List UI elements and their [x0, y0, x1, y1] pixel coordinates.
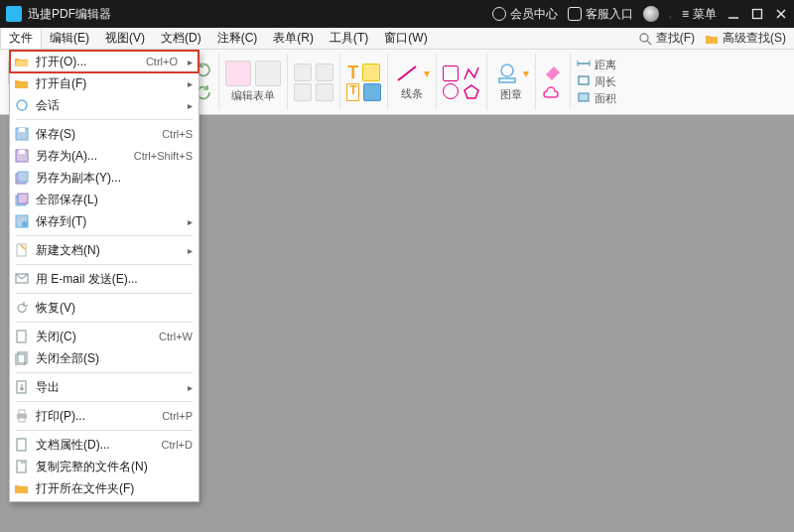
hand-button[interactable] — [316, 64, 333, 81]
menu-item-close[interactable]: 关闭(C) Ctrl+W — [10, 326, 198, 347]
support-label: 客服入口 — [586, 6, 633, 23]
minimize-button[interactable] — [727, 7, 740, 21]
select-button[interactable] — [294, 64, 312, 81]
textbox-button[interactable]: T — [346, 83, 359, 101]
pencil-icon[interactable] — [394, 63, 422, 84]
svg-rect-21 — [19, 128, 25, 132]
advanced-find-button[interactable]: 高级查找(S) — [705, 30, 786, 47]
advanced-find-label: 高级查找(S) — [723, 30, 786, 47]
menu-item-send-email[interactable]: 用 E-mail 发送(E)... — [10, 268, 198, 290]
save-icon — [14, 126, 30, 142]
menu-item-save-as-copy-label: 另存为副本(Y)... — [36, 170, 193, 187]
avatar[interactable] — [643, 6, 659, 22]
menu-item-open-from[interactable]: 打开自(F) ▸ — [10, 72, 198, 94]
audio-button[interactable] — [363, 83, 381, 101]
ribbon-select-group — [288, 54, 340, 110]
edit-forms-label: 编辑表单 — [231, 88, 275, 103]
marquee-button[interactable] — [294, 83, 312, 101]
menu-form[interactable]: 表单(R) — [265, 28, 322, 49]
app-logo — [6, 6, 22, 22]
menu-item-session[interactable]: 会话 ▸ — [10, 94, 198, 116]
link-button[interactable] — [316, 83, 333, 101]
svg-rect-39 — [19, 410, 25, 414]
email-icon — [14, 271, 30, 287]
stamp-icon[interactable] — [493, 62, 521, 85]
main-menu-button[interactable]: ≡ 菜单 — [682, 6, 717, 23]
edit-content-button[interactable] — [225, 61, 251, 86]
folder-open-icon — [14, 54, 30, 69]
chat-icon — [568, 7, 582, 21]
menu-edit-label: 编辑(E) — [50, 30, 89, 47]
circle-button[interactable] — [443, 83, 459, 99]
open-folder-icon — [14, 480, 30, 496]
menu-file[interactable]: 文件 — [0, 28, 42, 49]
submenu-arrow-icon: ▸ — [188, 100, 193, 111]
menu-item-doc-props[interactable]: 文档属性(D)... Ctrl+D — [10, 434, 198, 456]
cloud-icon — [542, 85, 564, 101]
ribbon-stamp-group: ▾ 图章 — [487, 54, 536, 110]
polyline-button[interactable] — [463, 66, 480, 81]
menu-item-copy-filename[interactable]: 复制完整的文件名(N) — [10, 456, 198, 477]
chevron-down-icon[interactable]: ▾ — [523, 66, 529, 80]
menu-item-print[interactable]: 打印(P)... Ctrl+P — [10, 405, 198, 427]
menu-item-open[interactable]: 打开(O)... Ctrl+O ▸ — [10, 51, 198, 72]
menu-window[interactable]: 窗口(W) — [376, 28, 435, 49]
svg-rect-13 — [499, 78, 515, 82]
menu-edit[interactable]: 编辑(E) — [42, 28, 97, 49]
highlight-button[interactable] — [362, 64, 380, 81]
menu-view[interactable]: 视图(V) — [97, 28, 153, 49]
edit-forms-button[interactable] — [255, 61, 281, 86]
menu-item-save-as[interactable]: 另存为(A)... Ctrl+Shift+S — [10, 145, 198, 167]
menu-item-revert[interactable]: 恢复(V) — [10, 297, 198, 319]
menu-item-new-doc[interactable]: 新建文档(N) ▸ — [10, 239, 198, 261]
chevron-down-icon[interactable]: ▾ — [424, 66, 430, 80]
rect-button[interactable] — [443, 66, 459, 81]
menu-item-save-to-label: 保存到(T) — [36, 213, 178, 230]
menu-item-save-as-copy[interactable]: 另存为副本(Y)... — [10, 167, 198, 189]
menu-item-print-label: 打印(P)... — [36, 408, 156, 425]
svg-rect-27 — [18, 194, 28, 203]
cloud-button[interactable] — [542, 85, 564, 104]
ribbon-line-group: ▾ 线条 — [388, 54, 437, 110]
menu-item-export[interactable]: 导出 ▸ — [10, 376, 198, 398]
svg-rect-23 — [19, 150, 25, 154]
close-all-icon — [14, 350, 30, 366]
close-doc-icon — [14, 329, 30, 344]
revert-icon — [14, 300, 30, 316]
text-button[interactable]: T — [347, 64, 358, 81]
menu-separator — [16, 293, 193, 294]
eraser-button[interactable] — [542, 61, 564, 83]
ribbon-edit-forms-group: 编辑表单 — [219, 54, 288, 110]
find-label: 查找(F) — [656, 30, 695, 47]
distance-icon — [577, 58, 591, 69]
menu-separator — [16, 322, 193, 323]
menu-item-open-label: 打开(O)... — [36, 54, 140, 70]
titlebar-actions: 会员中心 客服入口 . ≡ 菜单 — [492, 6, 788, 23]
menu-item-save-to[interactable]: 保存到(T) ▸ — [10, 210, 198, 232]
perimeter-button[interactable]: 周长 — [577, 74, 616, 89]
maximize-button[interactable] — [750, 7, 764, 21]
menu-item-save-all[interactable]: 全部保存(L) — [10, 189, 198, 210]
menu-item-close-all[interactable]: 关闭全部(S) — [10, 347, 198, 369]
support-button[interactable]: 客服入口 — [568, 6, 633, 23]
menu-item-save[interactable]: 保存(S) Ctrl+S — [10, 123, 198, 145]
menu-tool[interactable]: 工具(T) — [322, 28, 376, 49]
menu-item-open-folder[interactable]: 打开所在文件夹(F) — [10, 477, 198, 499]
polygon-button[interactable] — [463, 83, 480, 99]
menu-separator — [16, 119, 193, 120]
print-icon — [14, 408, 30, 424]
menu-item-close-label: 关闭(C) — [36, 329, 153, 345]
close-window-button[interactable] — [774, 7, 788, 21]
folder-icon — [14, 75, 30, 91]
submenu-arrow-icon: ▸ — [188, 245, 193, 256]
member-center-button[interactable]: 会员中心 — [492, 6, 558, 23]
menu-document[interactable]: 文档(D) — [153, 28, 209, 49]
distance-button[interactable]: 距离 — [577, 58, 616, 72]
menu-separator — [16, 401, 193, 402]
menu-comment[interactable]: 注释(C) — [209, 28, 266, 49]
menu-comment-label: 注释(C) — [217, 30, 258, 47]
area-button[interactable]: 面积 — [577, 91, 616, 106]
svg-point-19 — [17, 100, 27, 110]
svg-rect-18 — [579, 93, 589, 101]
find-button[interactable]: 查找(F) — [638, 30, 695, 47]
